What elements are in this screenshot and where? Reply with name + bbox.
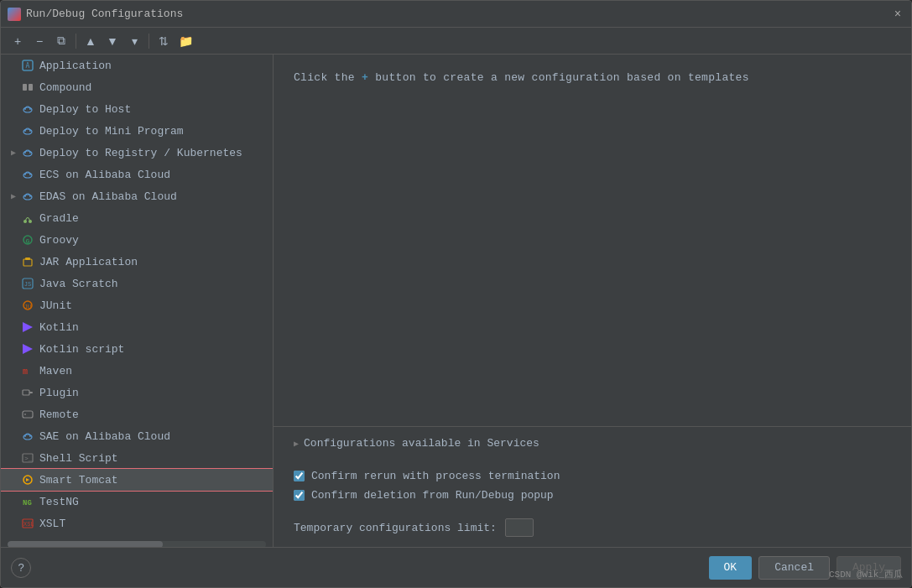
expand-placeholder bbox=[8, 125, 19, 137]
tree-item-testng-label: TestNG bbox=[39, 496, 79, 508]
remove-config-button[interactable]: − bbox=[29, 31, 50, 51]
copy-config-button[interactable]: ⧉ bbox=[51, 31, 71, 51]
tree-item-jar-label: JAR Application bbox=[39, 256, 138, 268]
services-section: ▶ Configurations available in Services bbox=[274, 426, 911, 460]
svg-text:JU: JU bbox=[24, 304, 31, 310]
tree-item-sae[interactable]: SAE on Alibaba Cloud bbox=[1, 425, 273, 447]
application-icon: A bbox=[21, 59, 34, 72]
hint-text: Click the + button to create a new confi… bbox=[294, 71, 891, 84]
scrollbar-thumb bbox=[8, 541, 163, 547]
limit-label: Temporary configurations limit: bbox=[294, 522, 497, 534]
junit-icon: JU bbox=[21, 299, 34, 312]
folder-button[interactable]: 📁 bbox=[175, 31, 195, 51]
dialog-title: Run/Debug Configurations bbox=[26, 8, 891, 20]
expand-arrow[interactable]: ▶ bbox=[8, 147, 19, 159]
tree-item-xslt[interactable]: XSL XSLT bbox=[1, 513, 273, 534]
tree-item-compound-label: Compound bbox=[39, 81, 91, 94]
tree-item-edas[interactable]: ▶ EDAS on Alibaba Cloud bbox=[1, 185, 273, 207]
svg-text:m: m bbox=[23, 367, 28, 377]
tree-item-remote-label: Remote bbox=[39, 408, 79, 421]
rerun-checkbox[interactable] bbox=[294, 471, 305, 481]
tree-item-jar[interactable]: JAR Application bbox=[1, 251, 273, 273]
services-collapsible-header[interactable]: ▶ Configurations available in Services bbox=[294, 437, 891, 450]
tree-item-java-scratch[interactable]: JS Java Scratch bbox=[1, 273, 273, 294]
dropdown-button[interactable]: ▾ bbox=[124, 31, 144, 51]
tree-item-smart-tomcat[interactable]: Smart Tomcat bbox=[1, 469, 273, 491]
tree-item-groovy[interactable]: G Groovy bbox=[1, 229, 273, 251]
down-icon: ▼ bbox=[107, 34, 118, 48]
cancel-button[interactable]: Cancel bbox=[758, 556, 830, 580]
tree-item-deploy-mini[interactable]: Deploy to Mini Program bbox=[1, 120, 273, 142]
ok-button[interactable]: OK bbox=[709, 556, 753, 580]
tree-item-kotlin[interactable]: Kotlin bbox=[1, 316, 273, 338]
expand-placeholder bbox=[8, 321, 19, 333]
xslt-icon: XSL bbox=[21, 517, 34, 530]
add-config-button[interactable]: + bbox=[8, 31, 28, 51]
horizontal-scrollbar[interactable] bbox=[8, 541, 266, 547]
deletion-checkbox-row: Confirm deletion from Run/Debug popup bbox=[294, 489, 891, 502]
expand-placeholder bbox=[8, 408, 19, 420]
sort-button[interactable]: ⇅ bbox=[154, 31, 174, 51]
tree-item-application[interactable]: A Application bbox=[1, 55, 273, 76]
svg-text:>_: >_ bbox=[24, 455, 33, 462]
tree-item-gradle-label: Gradle bbox=[39, 212, 79, 225]
help-button[interactable]: ? bbox=[11, 558, 31, 578]
main-content: A Application Compound Deploy to Host bbox=[1, 55, 911, 547]
tree-item-junit[interactable]: JU JUnit bbox=[1, 294, 273, 316]
tree-item-ecs-label: ECS on Alibaba Cloud bbox=[39, 169, 170, 181]
services-label: Configurations available in Services bbox=[304, 437, 539, 450]
smart-tomcat-icon bbox=[21, 473, 34, 487]
chevron-down-icon: ▾ bbox=[132, 34, 138, 48]
edas-icon bbox=[21, 190, 34, 203]
tree-item-kotlin-script[interactable]: Kotlin script bbox=[1, 338, 273, 360]
right-panel: Click the + button to create a new confi… bbox=[274, 55, 911, 547]
tree-item-shell-script-label: Shell Script bbox=[39, 452, 118, 465]
tree-item-gradle[interactable]: Gradle bbox=[1, 207, 273, 229]
tree-item-plugin[interactable]: Plugin bbox=[1, 382, 273, 403]
tree-item-compound[interactable]: Compound bbox=[1, 76, 273, 98]
deploy-registry-icon bbox=[21, 146, 34, 159]
move-down-button[interactable]: ▼ bbox=[102, 31, 122, 51]
svg-text:A: A bbox=[26, 62, 30, 70]
expand-placeholder bbox=[8, 103, 19, 115]
copy-icon: ⧉ bbox=[57, 34, 65, 48]
tree-item-junit-label: JUnit bbox=[39, 299, 72, 312]
templates-word: templates bbox=[688, 71, 749, 84]
tree-item-remote[interactable]: Remote bbox=[1, 403, 273, 425]
folder-icon: 📁 bbox=[179, 34, 193, 48]
gradle-icon bbox=[21, 211, 34, 225]
expand-placeholder bbox=[8, 299, 19, 311]
expand-placeholder bbox=[8, 81, 19, 93]
config-tree: A Application Compound Deploy to Host bbox=[1, 55, 274, 547]
tree-item-deploy-registry-label: Deploy to Registry / Kubernetes bbox=[39, 147, 242, 159]
svg-text:G: G bbox=[26, 237, 30, 245]
tree-item-java-scratch-label: Java Scratch bbox=[39, 278, 118, 290]
checkboxes-section: Confirm rerun with process termination C… bbox=[274, 460, 911, 512]
move-up-button[interactable]: ▲ bbox=[81, 31, 101, 51]
expand-placeholder bbox=[8, 256, 19, 268]
shell-script-icon: >_ bbox=[21, 451, 34, 465]
up-icon: ▲ bbox=[85, 34, 96, 48]
tree-item-maven[interactable]: m Maven bbox=[1, 360, 273, 382]
deletion-checkbox[interactable] bbox=[294, 490, 305, 501]
jar-icon bbox=[21, 255, 34, 268]
expand-placeholder bbox=[8, 169, 19, 180]
deletion-label: Confirm deletion from Run/Debug popup bbox=[311, 489, 554, 502]
compound-icon bbox=[21, 81, 34, 94]
expand-placeholder bbox=[8, 496, 19, 507]
tree-item-deploy-host[interactable]: Deploy to Host bbox=[1, 98, 273, 120]
svg-marker-20 bbox=[23, 344, 33, 354]
plugin-icon bbox=[21, 386, 34, 399]
limit-input[interactable] bbox=[505, 518, 534, 537]
expand-arrow-edas[interactable]: ▶ bbox=[8, 190, 19, 202]
tree-item-deploy-registry[interactable]: ▶ Deploy to Registry / Kubernetes bbox=[1, 142, 273, 164]
sort-icon: ⇅ bbox=[159, 34, 169, 48]
close-button[interactable]: × bbox=[891, 8, 904, 21]
minus-icon: − bbox=[36, 34, 43, 48]
tree-item-shell-script[interactable]: >_ Shell Script bbox=[1, 447, 273, 469]
tree-item-maven-label: Maven bbox=[39, 365, 72, 377]
tree-item-ecs[interactable]: ECS on Alibaba Cloud bbox=[1, 164, 273, 185]
tree-item-testng[interactable]: NG TestNG bbox=[1, 491, 273, 513]
expand-placeholder bbox=[8, 234, 19, 246]
testng-icon: NG bbox=[21, 495, 34, 508]
